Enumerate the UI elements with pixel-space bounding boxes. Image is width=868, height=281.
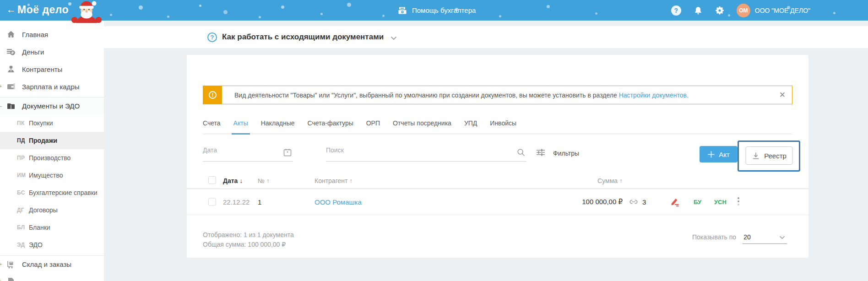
chevron-down-icon[interactable]: [391, 36, 397, 40]
subitem-label: Производство: [29, 154, 71, 162]
collapse-minus-icon: ‒: [0, 103, 2, 108]
per-page-select[interactable]: 20: [743, 233, 787, 244]
row-contragent-link[interactable]: ООО Ромашка: [315, 198, 362, 206]
select-all-checkbox[interactable]: [208, 176, 216, 184]
sidebar-item-partial[interactable]: +: [0, 273, 104, 281]
subitem-code: БС: [17, 189, 25, 196]
money-icon: ₽: [6, 47, 16, 56]
salary-icon: [6, 82, 16, 91]
row-checkbox[interactable]: [208, 198, 216, 206]
sidebar-subitem-dogovory[interactable]: ДГ Договоры: [0, 201, 104, 219]
subitem-code: ЭД: [17, 242, 25, 248]
kebab-menu-icon[interactable]: [737, 197, 740, 207]
sidebar-subitem-edo[interactable]: ЭД ЭДО: [0, 236, 104, 254]
linked-documents-icon[interactable]: [629, 197, 639, 206]
add-act-label: Акт: [719, 151, 730, 158]
tab-akty[interactable]: Акты: [233, 119, 248, 134]
question-circle-icon: ?: [207, 32, 217, 42]
sidebar-item-label: Склад и заказы: [22, 260, 71, 268]
subitem-label: Продажи: [29, 137, 57, 144]
sidebar-item-label: Документы и ЭДО: [22, 102, 80, 110]
per-page-control: Показывать по 20: [692, 233, 787, 244]
subitem-code: ДГ: [17, 207, 24, 213]
tab-invoysy[interactable]: Инвойсы: [490, 119, 516, 134]
settings-documents-link[interactable]: Настройки документов.: [619, 92, 689, 99]
filters-label[interactable]: Фильтры: [553, 150, 579, 157]
register-download-button[interactable]: Реестр: [745, 146, 792, 165]
row-number: 1: [258, 198, 261, 206]
help-center-button[interactable]: Помощь бухгалтера: [397, 0, 476, 21]
sort-asc-icon: ↑: [266, 177, 270, 184]
close-icon[interactable]: ✕: [779, 90, 786, 100]
sidebar-subitem-buh-spravki[interactable]: БС Бухгалтерские справки: [0, 184, 104, 201]
badge-usn[interactable]: УСН: [714, 199, 727, 205]
search-icon[interactable]: [516, 148, 526, 157]
sidebar-item-glavnaya[interactable]: Главная: [0, 26, 104, 43]
sidebar-item-label: Зарплата и кадры: [22, 83, 80, 91]
add-act-button[interactable]: Акт: [700, 146, 738, 162]
plus-icon: [707, 151, 715, 158]
warehouse-icon: [6, 260, 16, 269]
expand-plus-icon: +: [0, 261, 2, 267]
sidebar-subitem-prodazhi[interactable]: ПД Продажи: [0, 132, 104, 149]
back-arrow-icon[interactable]: ←: [6, 4, 16, 15]
subitem-label: ЭДО: [29, 241, 43, 249]
page-title: Как работать с исходящими документами: [222, 32, 384, 42]
calendar-icon[interactable]: [283, 148, 292, 157]
date-input[interactable]: [203, 146, 281, 154]
help-icon[interactable]: ?: [671, 5, 681, 16]
column-header-amount[interactable]: Сумма ↑: [530, 177, 623, 184]
contractors-icon: [6, 65, 16, 74]
sidebar: Главная ₽ Деньги Контрагенты +: [0, 21, 104, 281]
app-window: ← Моё дело Помощь бухга: [0, 0, 868, 281]
tab-otchety-posrednika[interactable]: Отчеты посредника: [393, 119, 451, 134]
sidebar-item-dokumenty-edo[interactable]: ‒ Документы и ЭДО: [0, 97, 104, 114]
sidebar-item-kontragenty[interactable]: Контрагенты: [0, 60, 104, 78]
search-input[interactable]: [326, 146, 515, 154]
sidebar-item-dengi[interactable]: ₽ Деньги: [0, 43, 104, 60]
header-actions: ? ОМ ООО "МОЕ ДЕЛО": [671, 0, 810, 21]
badge-bu[interactable]: БУ: [694, 199, 701, 205]
tab-scheta[interactable]: Счета: [203, 119, 221, 134]
tab-nakladnye[interactable]: Накладные: [261, 119, 295, 134]
sort-asc-icon: ↑: [619, 177, 623, 184]
help-title-bar[interactable]: ? Как работать с исходящими документами: [104, 26, 868, 48]
sliders-icon[interactable]: [536, 148, 546, 157]
column-header-date[interactable]: Дата ↓: [223, 177, 243, 184]
tab-upd[interactable]: УПД: [464, 119, 477, 134]
sidebar-item-label: Главная: [22, 31, 48, 38]
tab-scheta-faktury[interactable]: Счета-фактуры: [308, 119, 353, 134]
bell-icon[interactable]: [694, 6, 703, 15]
download-icon: [751, 151, 760, 160]
app-logo[interactable]: Моё дело: [17, 4, 69, 16]
column-header-number[interactable]: № ↑: [258, 177, 270, 184]
document-icon: [6, 277, 16, 281]
subitem-label: Бухгалтерские справки: [29, 189, 98, 196]
avatar: ОМ: [737, 4, 750, 17]
sidebar-subitem-pokupki[interactable]: ПК Покупки: [0, 114, 104, 132]
gear-icon[interactable]: [715, 6, 724, 15]
table-header: Дата ↓ № ↑ Контрагент ↑ Сумма ↑: [187, 176, 808, 189]
column-header-contragent[interactable]: Контрагент ↑: [315, 177, 353, 184]
account-name: ООО "МОЕ ДЕЛО": [755, 7, 810, 14]
subitem-label: Договоры: [29, 206, 58, 214]
account-menu[interactable]: ОМ ООО "МОЕ ДЕЛО": [737, 4, 810, 17]
linked-documents-count[interactable]: 3: [642, 198, 646, 206]
search-field: [326, 145, 526, 162]
row-date: 22.12.22: [223, 198, 250, 206]
warning-banner: ! Вид деятельности "Товары" или "Услуги"…: [203, 86, 792, 104]
subitem-code: БЛ: [17, 224, 25, 231]
signature-pencil-icon[interactable]: [670, 197, 681, 207]
sidebar-item-sklad[interactable]: + Склад и заказы: [0, 255, 104, 273]
subitem-code: ИМ: [17, 172, 26, 178]
sidebar-subitem-blanki[interactable]: БЛ Бланки: [0, 219, 104, 236]
subitem-code: ПД: [17, 137, 25, 144]
sidebar-subitem-proizvodstvo[interactable]: ПР Производство: [0, 149, 104, 167]
sidebar-item-label: Деньги: [22, 48, 44, 56]
subitem-code: ПР: [17, 155, 25, 161]
sidebar-item-zarplata[interactable]: + Зарплата и кадры: [0, 78, 104, 95]
subitem-label: Покупки: [29, 119, 53, 127]
tab-orp[interactable]: ОРП: [366, 119, 380, 134]
subitem-code: ПК: [17, 120, 25, 126]
sidebar-subitem-imushchestvo[interactable]: ИМ Имущество: [0, 167, 104, 184]
